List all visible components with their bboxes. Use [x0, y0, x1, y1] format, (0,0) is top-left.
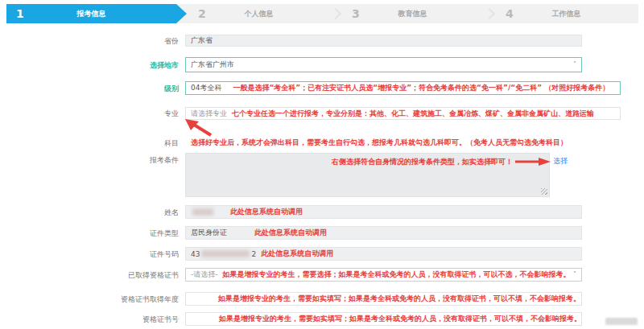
step-3-label: 教育信息	[341, 9, 485, 19]
chevron-down-icon: ˅	[573, 272, 576, 278]
cert-number-input[interactable]: 如果是增报专业的考生，需要如实填写；如果是考全科或免考的人员，没有取得证书，可以…	[185, 312, 582, 326]
blurred-watermark	[605, 318, 638, 325]
province-label: 省份	[0, 36, 179, 46]
conditions-hint: 右侧选择符合自身情况的报考条件类型，如实选择即可！	[332, 157, 513, 167]
id-number-suffix: 2	[251, 250, 256, 258]
city-value: 广东省广州市	[191, 60, 234, 70]
province-field: 广东省	[185, 35, 582, 47]
step-4-label: 工作信息	[494, 9, 638, 19]
level-field[interactable]: 04考全科 一般是选择“考全科”；已有注安证书人员选“增报专业”；符合免考条件的…	[185, 81, 621, 95]
subject-row: 科目 选择好专业后，系统才会弹出科目，需要考生自行勾选，想报考几科就勾选几科即可…	[0, 138, 644, 148]
major-row: 专业 请选择专业 七个专业任选一个进行报考，专业分别是：其他、化工、建筑施工、金…	[0, 107, 644, 120]
cert-number-label: 资格证书号	[0, 315, 179, 324]
cert-year-label: 资格证书取得年度	[0, 294, 179, 304]
certificate-row: 已取得资格证书 -请选择- 如果是增报专业的考生，需要选择；如果是考全科或免考的…	[0, 268, 644, 282]
province-row: 省份 广东省	[0, 35, 644, 47]
id-type-row: 证件类型 居民身份证 此处信息系统自动调用	[0, 226, 644, 240]
step-2-personal-info[interactable]: 2 个人信息	[187, 4, 331, 23]
step-1-registration-info[interactable]: 1 报考信息	[6, 4, 187, 23]
name-field: 此处信息系统自动调用	[185, 205, 582, 219]
conditions-select-link[interactable]: 选择	[553, 156, 568, 167]
step-1-label: 报考信息	[6, 9, 176, 19]
resize-grip-icon[interactable]	[541, 188, 547, 195]
level-value: 04考全科	[191, 83, 221, 93]
step-separator-icon	[330, 8, 341, 19]
province-value: 广东省	[191, 35, 213, 46]
subject-hint: 选择好专业后，系统才会弹出科目，需要考生自行勾选，想报考几科就勾选几科即可。（免…	[191, 138, 568, 148]
major-placeholder: 请选择专业	[191, 109, 227, 119]
cert-year-hint: 如果是增报专业的考生，需要如实填写；如果是考全科或免考的人员，没有取得证书，可以…	[218, 294, 580, 304]
registration-form-page: 1 报考信息 2 个人信息 3 教育信息 4 工作信息 省份 广东省 选择地市 …	[0, 0, 644, 329]
conditions-textarea[interactable]: 右侧选择符合自身情况的报考条件类型，如实选择即可！	[185, 153, 550, 197]
id-number-hint: 此处信息系统自动调用	[261, 249, 333, 259]
step-4-work-info[interactable]: 4 工作信息	[494, 4, 638, 23]
name-row: 姓名 此处信息系统自动调用	[0, 205, 644, 219]
level-row: 级别 04考全科 一般是选择“考全科”；已有注安证书人员选“增报专业”；符合免考…	[0, 81, 644, 95]
step-2-label: 个人信息	[187, 9, 331, 19]
id-number-label: 证件号码	[0, 249, 179, 259]
major-label: 专业	[0, 109, 179, 118]
id-type-field: 居民身份证 此处信息系统自动调用	[185, 226, 582, 240]
step-3-education-info[interactable]: 3 教育信息	[341, 4, 485, 23]
level-label: 级别	[0, 84, 179, 93]
conditions-label: 报考条件	[0, 155, 179, 165]
step-wizard: 1 报考信息 2 个人信息 3 教育信息 4 工作信息	[6, 4, 638, 23]
certificate-label: 已取得资格证书	[0, 270, 179, 280]
level-hint: 一般是选择“考全科”；已有注安证书人员选“增报专业”；符合免考条件的选“免一科”…	[233, 83, 609, 93]
arrow-to-select-link-icon	[515, 158, 551, 166]
id-type-label: 证件类型	[0, 228, 179, 238]
cert-year-row: 资格证书取得年度 如果是增报专业的考生，需要如实填写；如果是考全科或免考的人员，…	[0, 292, 644, 306]
step-separator-icon	[484, 8, 495, 19]
name-label: 姓名	[0, 208, 179, 217]
certificate-value: -请选择-	[191, 269, 218, 280]
city-select[interactable]: 广东省广州市 ˅	[185, 57, 582, 72]
major-hint: 七个专业任选一个进行报考，专业分别是：其他、化工、建筑施工、金属冶炼、煤矿、金属…	[232, 109, 594, 119]
major-field[interactable]: 请选择专业 七个专业任选一个进行报考，专业分别是：其他、化工、建筑施工、金属冶炼…	[185, 107, 621, 120]
city-label: 选择地市	[0, 60, 179, 70]
id-number-field: 43 2 此处信息系统自动调用	[185, 247, 582, 261]
id-number-row: 证件号码 43 2 此处信息系统自动调用	[0, 247, 644, 261]
subject-label: 科目	[0, 138, 179, 148]
name-redacted-value	[192, 208, 213, 216]
id-number-redacted	[201, 250, 250, 257]
cert-number-hint: 如果是增报专业的考生，需要如实填写；如果是考全科或免考的人员，没有取得证书，可以…	[219, 314, 581, 324]
id-type-hint: 此处信息系统自动调用	[254, 228, 327, 238]
arrow-to-major-icon	[184, 119, 216, 137]
city-row: 选择地市 广东省广州市 ˅	[0, 57, 644, 72]
chevron-down-icon: ˅	[573, 62, 576, 68]
certificate-hint: 如果是增报专业的考生，需要选择；如果是考全科或免考的人员，没有取得证书，可以不选…	[223, 269, 571, 280]
cert-number-row: 资格证书号 如果是增报专业的考生，需要如实填写；如果是考全科或免考的人员，没有取…	[0, 312, 644, 326]
id-type-value: 居民身份证	[191, 228, 227, 238]
certificate-select[interactable]: -请选择- 如果是增报专业的考生，需要选择；如果是考全科或免考的人员，没有取得证…	[185, 268, 582, 282]
cert-year-input[interactable]: 如果是增报专业的考生，需要如实填写；如果是考全科或免考的人员，没有取得证书，可以…	[185, 292, 582, 306]
id-number-prefix: 43	[191, 250, 200, 258]
name-hint: 此处信息系统自动调用	[230, 207, 303, 217]
